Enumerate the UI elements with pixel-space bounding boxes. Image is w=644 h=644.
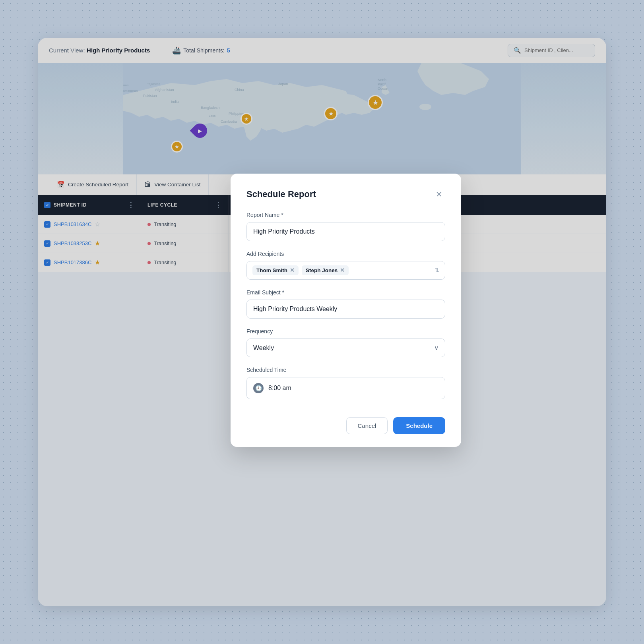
remove-recipient-1[interactable]: ✕ <box>290 267 295 273</box>
modal-header: Schedule Report ✕ <box>246 188 445 201</box>
recipient-tag-1: Thom Smith ✕ <box>252 265 299 275</box>
recipients-field[interactable]: Thom Smith ✕ Steph Jones ✕ ⇅ <box>246 261 445 280</box>
frequency-select-wrapper: Daily Weekly Monthly ∨ <box>246 338 445 357</box>
recipient-tag-2: Steph Jones ✕ <box>302 265 349 275</box>
clock-icon: 🕗 <box>253 383 264 393</box>
email-subject-input[interactable] <box>246 300 445 319</box>
close-button[interactable]: ✕ <box>433 188 445 201</box>
scheduled-time-group: Scheduled Time 🕗 8:00 am <box>246 367 445 399</box>
scheduled-time-label: Scheduled Time <box>246 367 445 373</box>
cancel-button[interactable]: Cancel <box>346 417 388 434</box>
recipients-arrows-icon: ⇅ <box>435 267 439 273</box>
remove-recipient-2[interactable]: ✕ <box>340 267 345 273</box>
report-name-label: Report Name * <box>246 212 445 218</box>
frequency-label: Frequency <box>246 328 445 335</box>
modal-overlay[interactable]: Schedule Report ✕ Report Name * Add Reci… <box>0 0 644 644</box>
report-name-group: Report Name * <box>246 212 445 241</box>
recipients-group: Add Recipients Thom Smith ✕ Steph Jones … <box>246 251 445 280</box>
email-subject-label: Email Subject * <box>246 289 445 296</box>
email-subject-group: Email Subject * <box>246 289 445 319</box>
schedule-report-modal: Schedule Report ✕ Report Name * Add Reci… <box>231 174 461 447</box>
frequency-group: Frequency Daily Weekly Monthly ∨ <box>246 328 445 357</box>
recipient-name-1: Thom Smith <box>256 267 287 273</box>
schedule-button[interactable]: Schedule <box>393 417 445 434</box>
scheduled-time-value: 8:00 am <box>268 385 291 392</box>
recipient-name-2: Steph Jones <box>306 267 338 273</box>
scheduled-time-field[interactable]: 🕗 8:00 am <box>246 377 445 399</box>
frequency-select[interactable]: Daily Weekly Monthly <box>246 338 445 357</box>
close-icon: ✕ <box>436 190 442 199</box>
recipients-label: Add Recipients <box>246 251 445 257</box>
modal-footer: Cancel Schedule <box>246 409 445 434</box>
modal-title: Schedule Report <box>246 189 316 199</box>
report-name-input[interactable] <box>246 222 445 241</box>
